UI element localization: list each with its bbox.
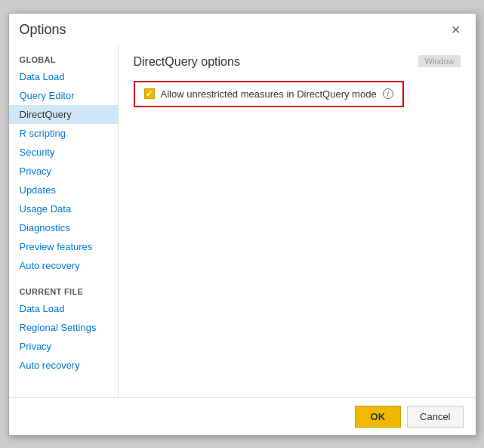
sidebar-item-diagnostics[interactable]: Diagnostics xyxy=(9,218,118,237)
ok-button[interactable]: OK xyxy=(355,406,402,428)
options-dialog: Options ✕ GLOBAL Data Load Query Editor … xyxy=(8,13,476,436)
sidebar-item-data-load-cf[interactable]: Data Load xyxy=(9,299,118,318)
sidebar-item-preview-features[interactable]: Preview features xyxy=(9,237,118,256)
current-file-section-header: CURRENT FILE xyxy=(9,281,118,299)
close-button[interactable]: ✕ xyxy=(446,21,465,39)
content-title: DirectQuery options xyxy=(134,55,461,69)
option-label: Allow unrestricted measures in DirectQue… xyxy=(161,88,377,100)
title-bar: Options ✕ xyxy=(9,14,476,43)
sidebar-item-direct-query[interactable]: DirectQuery xyxy=(9,105,118,124)
sidebar-item-regional-settings[interactable]: Regional Settings xyxy=(9,318,118,337)
sidebar-item-query-editor[interactable]: Query Editor xyxy=(9,86,118,105)
cancel-button[interactable]: Cancel xyxy=(407,406,463,428)
sidebar-item-privacy[interactable]: Privacy xyxy=(9,162,118,181)
sidebar-item-data-load[interactable]: Data Load xyxy=(9,67,118,86)
sidebar-item-privacy-cf[interactable]: Privacy xyxy=(9,337,118,356)
window-indicator: Window xyxy=(418,55,460,67)
dialog-footer: OK Cancel xyxy=(9,397,476,435)
sidebar-item-r-scripting[interactable]: R scripting xyxy=(9,124,118,143)
info-icon[interactable]: i xyxy=(383,88,393,99)
sidebar-item-updates[interactable]: Updates xyxy=(9,181,118,199)
allow-unrestricted-checkbox[interactable] xyxy=(144,88,155,99)
sidebar-item-usage-data[interactable]: Usage Data xyxy=(9,199,118,218)
dialog-body: GLOBAL Data Load Query Editor DirectQuer… xyxy=(9,43,476,397)
option-box: Allow unrestricted measures in DirectQue… xyxy=(134,81,404,107)
sidebar: GLOBAL Data Load Query Editor DirectQuer… xyxy=(9,43,119,397)
sidebar-item-security[interactable]: Security xyxy=(9,143,118,162)
sidebar-item-auto-recovery-global[interactable]: Auto recovery xyxy=(9,256,118,275)
sidebar-item-auto-recovery-cf[interactable]: Auto recovery xyxy=(9,356,118,375)
content-area: Window DirectQuery options Allow unrestr… xyxy=(119,43,476,397)
global-section-header: GLOBAL xyxy=(9,49,118,67)
dialog-title: Options xyxy=(20,22,66,38)
